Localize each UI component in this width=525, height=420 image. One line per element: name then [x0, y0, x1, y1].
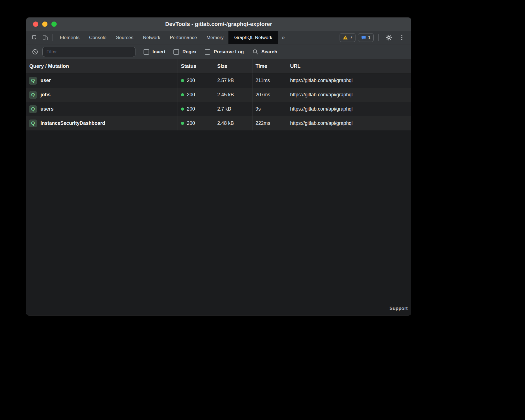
clear-log-button[interactable] [30, 49, 40, 55]
size-value: 2.48 kB [217, 120, 234, 126]
tab-network[interactable]: Network [138, 31, 165, 44]
table-header-row: Query / Mutation Status Size Time URL [26, 59, 411, 73]
device-toolbar-icon [42, 35, 48, 40]
devtools-tabbar: Elements Console Sources Network Perform… [26, 31, 411, 44]
status-ok-icon [181, 108, 184, 111]
message-count: 1 [368, 35, 371, 40]
column-header-size[interactable]: Size [214, 59, 252, 73]
tab-console[interactable]: Console [84, 31, 111, 44]
status-value: 200 [187, 92, 195, 98]
messages-badge[interactable]: 1 [358, 33, 374, 42]
search-button[interactable]: Search [252, 49, 277, 55]
invert-checkbox[interactable] [144, 49, 149, 55]
gear-icon [386, 34, 392, 41]
toolbar-divider [52, 34, 53, 41]
status-value: 200 [187, 120, 195, 126]
preserve-log-checkbox[interactable] [205, 49, 210, 55]
column-header-url[interactable]: URL [287, 59, 411, 73]
inspect-icon [32, 35, 37, 40]
table-row[interactable]: Q user 200 2.57 kB 211ms https://gitlab.… [26, 73, 411, 88]
time-value: 9s [256, 106, 261, 112]
url-value: https://gitlab.com/api/graphql [290, 78, 353, 83]
time-value: 211ms [256, 78, 270, 83]
column-header-status[interactable]: Status [178, 59, 214, 73]
warning-count: 7 [350, 35, 352, 40]
regex-label: Regex [182, 49, 197, 55]
window-title: DevTools - gitlab.com/-/graphql-explorer [26, 21, 411, 27]
close-button[interactable] [33, 22, 38, 27]
search-label: Search [261, 49, 277, 55]
query-name: user [40, 78, 51, 83]
query-name: instanceSecurityDashboard [40, 120, 105, 126]
warning-icon [343, 35, 348, 40]
time-value: 207ms [256, 92, 270, 98]
settings-button[interactable] [383, 34, 394, 41]
query-badge-icon: Q [29, 120, 37, 127]
graphql-requests-table: Query / Mutation Status Size Time URL Q … [26, 59, 411, 315]
time-value: 222ms [256, 120, 270, 126]
invert-label: Invert [152, 49, 165, 55]
tab-elements[interactable]: Elements [55, 31, 84, 44]
message-bubble-icon [361, 35, 366, 40]
column-header-query-mutation[interactable]: Query / Mutation [26, 59, 178, 73]
query-badge-icon: Q [29, 91, 37, 99]
table-row[interactable]: Q instanceSecurityDashboard 200 2.48 kB … [26, 116, 411, 130]
kebab-menu-icon [401, 35, 402, 40]
search-icon [252, 49, 258, 55]
tab-performance[interactable]: Performance [165, 31, 202, 44]
filter-toolbar: Invert Regex Preserve Log Search [26, 44, 411, 59]
block-icon [32, 49, 38, 55]
devtools-window: DevTools - gitlab.com/-/graphql-explorer… [26, 17, 411, 316]
device-toolbar-button[interactable] [40, 31, 50, 44]
warnings-badge[interactable]: 7 [340, 33, 355, 42]
preserve-log-checkbox-group: Preserve Log [205, 49, 244, 55]
query-badge-icon: Q [29, 77, 37, 85]
tab-graphql-network[interactable]: GraphQL Network [228, 31, 278, 44]
filter-input[interactable] [42, 47, 135, 57]
query-badge-icon: Q [29, 105, 37, 113]
more-options-button[interactable] [397, 35, 407, 40]
url-value: https://gitlab.com/api/graphql [290, 106, 353, 112]
regex-checkbox[interactable] [173, 49, 179, 55]
query-name: jobs [40, 92, 51, 98]
status-ok-icon [181, 122, 184, 125]
status-ok-icon [181, 93, 184, 96]
tabbar-right-cluster: 7 1 [340, 31, 411, 44]
status-value: 200 [187, 106, 195, 112]
more-tabs-chevron-icon[interactable]: » [278, 31, 288, 44]
support-link[interactable]: Support [390, 306, 408, 311]
traffic-lights [26, 22, 57, 27]
table-row[interactable]: Q jobs 200 2.45 kB 207ms https://gitlab.… [26, 88, 411, 102]
size-value: 2.57 kB [217, 78, 234, 83]
table-row[interactable]: Q users 200 2.7 kB 9s https://gitlab.com… [26, 102, 411, 116]
size-value: 2.7 kB [217, 106, 231, 112]
regex-checkbox-group: Regex [173, 49, 197, 55]
size-value: 2.45 kB [217, 92, 234, 98]
tab-memory[interactable]: Memory [202, 31, 228, 44]
column-header-time[interactable]: Time [252, 59, 287, 73]
minimize-button[interactable] [42, 22, 47, 27]
url-value: https://gitlab.com/api/graphql [290, 120, 353, 126]
tab-sources[interactable]: Sources [111, 31, 138, 44]
preserve-log-label: Preserve Log [214, 49, 244, 55]
url-value: https://gitlab.com/api/graphql [290, 92, 353, 98]
zoom-button[interactable] [51, 22, 57, 27]
query-name: users [40, 106, 54, 112]
titlebar: DevTools - gitlab.com/-/graphql-explorer [26, 18, 411, 31]
status-ok-icon [181, 79, 184, 82]
inspect-element-button[interactable] [29, 31, 40, 44]
tabbar-divider [378, 34, 379, 41]
status-value: 200 [187, 78, 195, 83]
invert-checkbox-group: Invert [144, 49, 165, 55]
